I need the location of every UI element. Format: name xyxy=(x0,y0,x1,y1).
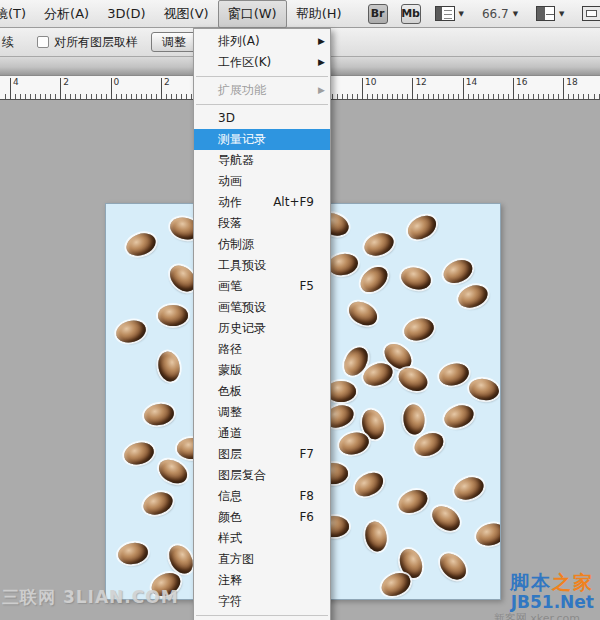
window-menu-item[interactable]: 信息F8 xyxy=(194,486,330,507)
sample-all-layers-checkbox[interactable] xyxy=(37,36,49,48)
menubar-item[interactable]: 镜(T) xyxy=(0,1,35,27)
menubar-item[interactable]: 分析(A) xyxy=(35,1,98,27)
menu-bar-items: 镜(T)分析(A)3D(D)视图(V)窗口(W)帮助(H) xyxy=(0,0,351,28)
window-menu-item-label: 动作 xyxy=(218,195,242,209)
window-menu-item-label: 路径 xyxy=(218,342,242,356)
window-menu-item[interactable]: 仿制源 xyxy=(194,234,330,255)
window-menu-item[interactable]: 导航器 xyxy=(194,150,330,171)
arrange-documents-control[interactable]: ▼ xyxy=(536,6,564,21)
coffee-bean-image xyxy=(155,455,191,488)
window-menu-item[interactable]: 直方图 xyxy=(194,549,330,570)
ruler-unit-label: 10 xyxy=(365,77,376,87)
window-menu-item[interactable]: 3D xyxy=(194,108,330,129)
ruler-major-tick xyxy=(10,78,11,99)
screen-mode-control[interactable]: ▼ xyxy=(582,6,600,21)
window-menu-item-label: 字符 xyxy=(218,594,242,608)
zoom-level-control[interactable]: 66.7 ▼ xyxy=(482,7,518,21)
coffee-bean-image xyxy=(437,360,471,388)
window-menu-item[interactable]: 动画 xyxy=(194,171,330,192)
ruler-minor-tick xyxy=(588,94,589,99)
window-menu-item-label: 画笔 xyxy=(218,279,242,293)
ruler-minor-tick xyxy=(65,94,66,99)
launch-mini-bridge-button[interactable]: Mb xyxy=(401,4,421,24)
window-menu-item-label: 信息 xyxy=(218,489,242,503)
window-menu-item[interactable]: 样式 xyxy=(194,528,330,549)
window-menu-item[interactable]: 颜色F6 xyxy=(194,507,330,528)
window-menu-item[interactable]: 色板 xyxy=(194,381,330,402)
coffee-bean-image xyxy=(440,256,476,288)
ruler-minor-tick xyxy=(402,94,403,99)
menubar-item[interactable]: 视图(V) xyxy=(155,1,218,27)
panel-toggle-control[interactable]: ▼ xyxy=(435,6,464,21)
ruler-minor-tick xyxy=(20,94,21,99)
ruler-minor-tick xyxy=(176,94,177,99)
ruler-minor-tick xyxy=(397,94,398,99)
menu-bar: 镜(T)分析(A)3D(D)视图(V)窗口(W)帮助(H) Br Mb ▼ 66… xyxy=(0,0,600,28)
ruler-minor-tick xyxy=(453,94,454,99)
window-menu-item[interactable]: 字符 xyxy=(194,591,330,612)
ruler-unit-label: 2 xyxy=(164,77,170,87)
submenu-arrow-icon: ▶ xyxy=(318,31,325,52)
ruler-minor-tick xyxy=(116,94,117,99)
window-menu-item[interactable]: 路径 xyxy=(194,339,330,360)
ruler-unit-label: 12 xyxy=(415,77,426,87)
ruler-minor-tick xyxy=(448,94,449,99)
ruler-minor-tick xyxy=(347,94,348,99)
window-menu-item[interactable]: 测量记录 xyxy=(194,129,330,150)
window-menu-item[interactable]: 工作区(K)▶ xyxy=(194,52,330,73)
window-menu-item[interactable]: 动作Alt+F9 xyxy=(194,192,330,213)
ruler-minor-tick xyxy=(573,94,574,99)
coffee-bean-image xyxy=(156,350,182,383)
ruler-minor-tick xyxy=(372,94,373,99)
coffee-bean-image xyxy=(467,377,500,403)
window-menu-item[interactable]: 工具预设 xyxy=(194,255,330,276)
window-menu-item-shortcut: F5 xyxy=(299,276,314,297)
ruler-minor-tick xyxy=(186,94,187,99)
window-menu-item-label: 直方图 xyxy=(218,552,254,566)
window-menu-item[interactable]: 蒙版 xyxy=(194,360,330,381)
ruler-minor-tick xyxy=(473,94,474,99)
ruler-minor-tick xyxy=(86,94,87,99)
ruler-minor-tick xyxy=(106,94,107,99)
ruler-minor-tick xyxy=(382,94,383,99)
window-menu-item-label: 排列(A) xyxy=(218,34,260,48)
ruler-minor-tick xyxy=(50,94,51,99)
coffee-bean-image xyxy=(428,501,465,535)
window-menu-item[interactable]: 图层复合 xyxy=(194,465,330,486)
window-menu-item[interactable]: 历史记录 xyxy=(194,318,330,339)
ruler-minor-tick xyxy=(151,94,152,99)
window-menu-item-label: 导航器 xyxy=(218,153,254,167)
menubar-item[interactable]: 窗口(W) xyxy=(218,0,287,28)
launch-bridge-button[interactable]: Br xyxy=(368,4,388,24)
menubar-item[interactable]: 3D(D) xyxy=(98,2,154,25)
ruler-major-tick xyxy=(60,78,61,99)
ruler-minor-tick xyxy=(156,94,157,99)
window-menu-item[interactable]: 调整 xyxy=(194,402,330,423)
ruler-minor-tick xyxy=(80,94,81,99)
ruler-major-tick xyxy=(563,78,564,99)
window-menu-item[interactable]: 通道 xyxy=(194,423,330,444)
ruler-minor-tick xyxy=(594,94,595,99)
window-menu-item[interactable]: 画笔预设 xyxy=(194,297,330,318)
submenu-arrow-icon: ▶ xyxy=(318,80,325,101)
window-menu-item[interactable]: 画笔F5 xyxy=(194,276,330,297)
window-menu-item-label: 工作区(K) xyxy=(218,55,271,69)
menubar-item[interactable]: 帮助(H) xyxy=(287,1,351,27)
coffee-bean-image xyxy=(395,486,431,518)
window-menu-item[interactable]: 段落 xyxy=(194,213,330,234)
ruler-major-tick xyxy=(161,78,162,99)
chevron-down-icon: ▼ xyxy=(559,10,564,18)
coffee-bean-image xyxy=(435,548,471,584)
screen-mode-icon xyxy=(582,6,600,21)
window-menu-item[interactable]: 扩展功能▶ xyxy=(194,80,330,101)
ruler-minor-tick xyxy=(543,94,544,99)
window-menu-item[interactable]: 排列(A)▶ xyxy=(194,31,330,52)
window-menu-item[interactable]: 图层F7 xyxy=(194,444,330,465)
window-menu-item[interactable]: 注释 xyxy=(194,570,330,591)
window-menu-item-label: 颜色 xyxy=(218,510,242,524)
ruler-minor-tick xyxy=(367,94,368,99)
watermark-site-name: 脚本之家 xyxy=(510,572,594,593)
ruler-minor-tick xyxy=(488,94,489,99)
menu-separator xyxy=(194,73,330,80)
coffee-bean-image xyxy=(326,252,359,278)
